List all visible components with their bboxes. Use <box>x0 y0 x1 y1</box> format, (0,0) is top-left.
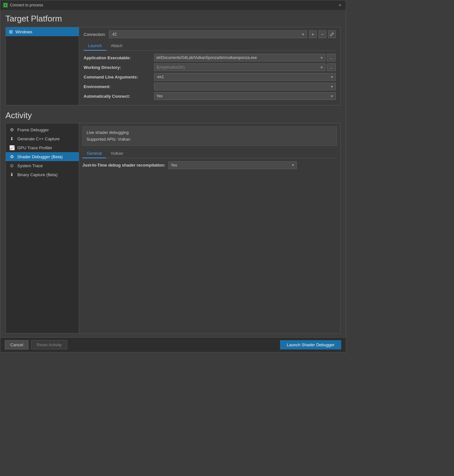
bottom-bar: Cancel Reset Activity Launch Shader Debu… <box>0 337 346 352</box>
shader-info-line2: Supported APIs: Vulkan <box>87 136 333 143</box>
activity-item-generate-cpp[interactable]: ⬇ Generate C++ Capture <box>6 134 79 143</box>
activity-item-binary-capture[interactable]: ⬇ Binary Capture (Beta) <box>6 170 79 179</box>
title-bar-text: Connect to process <box>10 3 337 7</box>
working-dir-chevron: ▼ <box>320 66 323 69</box>
tab-vulkan[interactable]: Vulkan <box>106 149 128 158</box>
edit-icon <box>330 32 334 37</box>
auto-connect-chevron: ▼ <box>330 94 334 98</box>
title-bar: Connect to process × <box>0 0 346 10</box>
auto-connect-row: Automatically Connect: Yes ▼ <box>84 92 336 100</box>
app-icon <box>3 3 8 8</box>
system-trace-icon: ⊙ <box>9 163 15 168</box>
platform-area: ⊞ Windows Connection: .42 ▼ + − <box>5 27 341 105</box>
platform-item-label: Windows <box>15 29 32 34</box>
app-exec-browse-button[interactable]: ... <box>327 54 336 62</box>
platform-list: ⊞ Windows <box>5 27 79 105</box>
shader-debugger-icon: ⚙ <box>9 154 15 159</box>
app-exec-dropdown[interactable]: iel/Documents/GitLab/VulkanSponza/bin/vu… <box>154 54 326 62</box>
frame-debugger-icon: ⚙ <box>9 127 15 132</box>
target-platform-title: Target Platform <box>5 14 341 24</box>
app-exec-label: Application Executable: <box>84 55 154 60</box>
activity-item-label: Frame Debugger <box>17 127 49 132</box>
gpu-trace-icon: 📈 <box>9 145 15 150</box>
jit-chevron: ▼ <box>291 163 294 167</box>
cmd-args-chevron: ▼ <box>330 75 334 79</box>
working-dir-text: $(ApplicationDir) <box>156 65 185 70</box>
main-window: Connect to process × Target Platform ⊞ W… <box>0 0 346 352</box>
launch-button[interactable]: Launch Shader Debugger <box>280 340 341 349</box>
activity-item-label: GPU Trace Profiler <box>17 145 52 150</box>
windows-icon: ⊞ <box>9 29 13 34</box>
auto-connect-label: Automatically Connect: <box>84 94 154 99</box>
remove-connection-button[interactable]: − <box>318 30 326 38</box>
auto-connect-text: Yes <box>156 94 163 98</box>
working-dir-value-wrapper: $(ApplicationDir) ▼ ... <box>154 63 336 71</box>
connection-label: Connection: <box>84 32 106 37</box>
svg-rect-2 <box>4 4 6 6</box>
activity-list: ⚙ Frame Debugger ⬇ Generate C++ Capture … <box>5 123 79 333</box>
app-exec-value-wrapper: iel/Documents/GitLab/VulkanSponza/bin/vu… <box>154 54 336 62</box>
activity-item-label: Binary Capture (Beta) <box>17 172 58 177</box>
edit-connection-button[interactable] <box>328 30 336 38</box>
app-exec-row: Application Executable: iel/Documents/Gi… <box>84 54 336 62</box>
generate-cpp-icon: ⬇ <box>9 136 15 141</box>
jit-select[interactable]: Yes ▼ <box>169 161 297 169</box>
add-connection-button[interactable]: + <box>309 30 317 38</box>
activity-tab-bar: General Vulkan <box>82 149 337 158</box>
env-dropdown[interactable]: ▼ <box>154 83 336 90</box>
tab-general[interactable]: General <box>82 149 106 158</box>
app-exec-chevron: ▼ <box>320 56 323 60</box>
activity-area: ⚙ Frame Debugger ⬇ Generate C++ Capture … <box>5 123 341 333</box>
close-button[interactable]: × <box>337 2 343 8</box>
platform-tab-bar: Launch Attach <box>84 41 336 51</box>
platform-config: Connection: .42 ▼ + − <box>79 27 341 105</box>
tab-attach[interactable]: Attach <box>106 41 127 51</box>
connection-row: Connection: .42 ▼ + − <box>84 30 336 38</box>
activity-title: Activity <box>5 111 341 120</box>
jit-value: Yes <box>171 163 177 168</box>
activity-inner-content: General Vulkan Just-In-Time debug shader… <box>79 149 340 333</box>
auto-connect-value-wrapper: Yes ▼ <box>154 92 336 100</box>
connection-dropdown[interactable]: .42 ▼ <box>109 30 307 38</box>
platform-item-windows[interactable]: ⊞ Windows <box>6 27 79 36</box>
working-dir-dropdown[interactable]: $(ApplicationDir) ▼ <box>154 63 326 71</box>
working-dir-label: Working Directory: <box>84 65 154 70</box>
env-chevron: ▼ <box>330 85 334 88</box>
shader-info-box: Live shader debugging Supported APIs: Vu… <box>82 127 337 146</box>
activity-item-label: Shader Debugger (Beta) <box>17 154 63 159</box>
activity-item-label: Generate C++ Capture <box>17 136 60 141</box>
env-value-wrapper: ▼ <box>154 83 336 90</box>
activity-item-shader-debugger[interactable]: ⚙ Shader Debugger (Beta) <box>6 152 79 161</box>
shader-info-line1: Live shader debugging <box>87 129 333 136</box>
jit-label: Just-In-Time debug shader recompilation: <box>82 163 165 168</box>
cmd-args-value-wrapper: -ex1 ▼ <box>154 73 336 81</box>
env-label: Environment: <box>84 84 154 89</box>
tab-launch[interactable]: Launch <box>84 41 106 51</box>
auto-connect-dropdown[interactable]: Yes ▼ <box>154 92 336 100</box>
activity-config: Live shader debugging Supported APIs: Vu… <box>79 123 341 333</box>
activity-item-system-trace[interactable]: ⊙ System Trace <box>6 161 79 170</box>
jit-row: Just-In-Time debug shader recompilation:… <box>82 161 337 169</box>
activity-item-frame-debugger[interactable]: ⚙ Frame Debugger <box>6 125 79 134</box>
binary-capture-icon: ⬇ <box>9 172 15 177</box>
window-content: Target Platform ⊞ Windows Connection: .4… <box>0 10 346 337</box>
reset-activity-button[interactable]: Reset Activity <box>31 340 67 349</box>
activity-item-gpu-trace[interactable]: 📈 GPU Trace Profiler <box>6 143 79 152</box>
cmd-args-label: Command Line Arguments: <box>84 75 154 79</box>
cancel-button[interactable]: Cancel <box>5 340 29 349</box>
cmd-args-row: Command Line Arguments: -ex1 ▼ <box>84 73 336 81</box>
app-exec-text: iel/Documents/GitLab/VulkanSponza/bin/vu… <box>156 55 257 60</box>
connection-chevron: ▼ <box>301 33 305 36</box>
cmd-args-text: -ex1 <box>156 75 164 79</box>
cmd-args-dropdown[interactable]: -ex1 ▼ <box>154 73 336 81</box>
working-dir-row: Working Directory: $(ApplicationDir) ▼ .… <box>84 63 336 71</box>
connection-value: .42 <box>111 32 117 37</box>
activity-item-label: System Trace <box>17 163 43 168</box>
working-dir-browse-button[interactable]: ... <box>327 63 336 71</box>
env-row: Environment: ▼ <box>84 83 336 90</box>
